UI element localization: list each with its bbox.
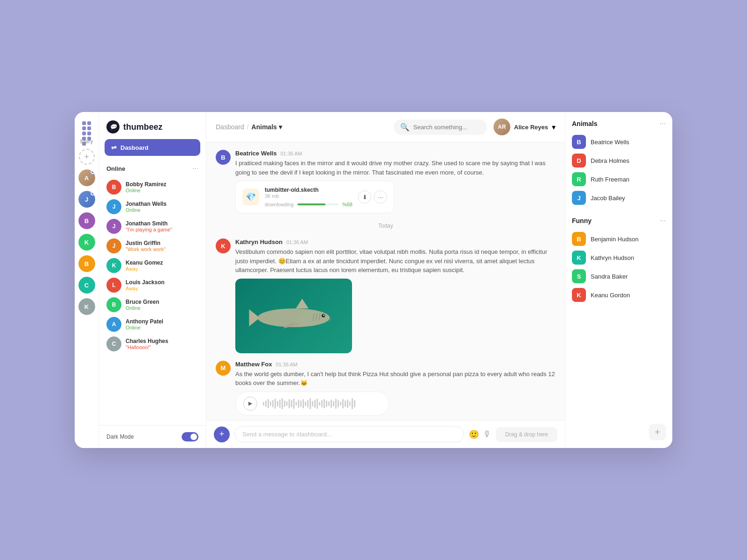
member-jacob-bailey[interactable]: J Jacob Bailey xyxy=(572,189,666,207)
group-animals: Animals ··· B Beatrice Wells D Debra Hol… xyxy=(572,119,666,207)
member-avatar-j-bailey: J xyxy=(572,191,586,205)
msg-content-3: Matthew Fox 01:36 AM As the world gets d… xyxy=(235,361,556,416)
story-avatar-6[interactable]: C xyxy=(78,277,95,294)
member-keanu-gordon[interactable]: K Keanu Gordon xyxy=(572,286,666,304)
msg-author-1: Beatrice Wells xyxy=(235,150,277,157)
msg-time-2: 01:36 AM xyxy=(286,239,308,245)
msg-avatar-1: B xyxy=(216,150,231,165)
story-avatar-1[interactable]: A xyxy=(78,169,95,186)
search-input[interactable] xyxy=(413,124,480,131)
member-name-s-baker: Sandra Baker xyxy=(591,273,628,280)
app-shell: Story + A J B K B C K 💬 thumbeez xyxy=(75,112,672,448)
emoji-icon[interactable]: 🙂 xyxy=(469,429,479,440)
msg-meta-3: Matthew Fox 01:36 AM xyxy=(235,361,556,368)
story-avatar-7[interactable]: K xyxy=(78,298,95,315)
right-panel: Animals ··· B Beatrice Wells D Debra Hol… xyxy=(565,112,672,448)
member-kathryn-hudson[interactable]: K Kathryn Hudson xyxy=(572,248,666,267)
group-funny: Funny ··· B Benjamin Hudson K Kathryn Hu… xyxy=(572,217,666,304)
sidebar: 💬 thumbeez ⇌ Dasboard Online ··· B Bobby… xyxy=(99,112,206,448)
download-button[interactable]: ⬇ xyxy=(358,190,371,203)
grid-icon[interactable] xyxy=(79,119,94,133)
group-funny-more[interactable]: ··· xyxy=(660,217,666,225)
play-button[interactable]: ▶ xyxy=(243,397,257,411)
input-plus-button[interactable]: + xyxy=(214,427,230,442)
online-header: Online ··· xyxy=(106,164,198,173)
contact-name-0: Bobby Ramirez xyxy=(126,181,198,188)
more-button[interactable]: ··· xyxy=(374,190,387,203)
sidebar-footer: Dark Mode xyxy=(99,425,206,448)
msg-time-1: 01:36 AM xyxy=(281,151,302,156)
message-input[interactable] xyxy=(234,426,464,442)
msg-content-1: Beatrice Wells 01:36 AM I pratiiced maki… xyxy=(235,150,556,213)
contact-item-7[interactable]: A Anthony Patel Online xyxy=(106,315,198,334)
dashboard-btn-label: Dasboard xyxy=(120,144,148,151)
svg-marker-1 xyxy=(249,309,260,326)
member-name-j-bailey: Jacob Bailey xyxy=(591,195,625,202)
member-name-b-wells: Beatrice Wells xyxy=(591,139,629,146)
story-avatar-2[interactable]: J xyxy=(78,191,95,208)
contact-status-8: "Halloooo!" xyxy=(126,344,198,350)
message-row-2: K Kathryn Hudson 01:36 AM Vestibulum com… xyxy=(216,238,556,353)
sidebar-header: 💬 thumbeez xyxy=(99,112,206,139)
member-avatar-k-hudson: K xyxy=(572,251,586,265)
contact-item-4[interactable]: K Keanu Gomez Away xyxy=(106,256,198,275)
group-animals-more[interactable]: ··· xyxy=(660,119,666,128)
online-more-button[interactable]: ··· xyxy=(192,164,198,173)
contact-item-0[interactable]: B Bobby Ramirez Online xyxy=(106,177,198,197)
contact-status-5: Away xyxy=(126,286,198,291)
message-row-1: B Beatrice Wells 01:36 AM I pratiiced ma… xyxy=(216,150,556,213)
right-plus-button[interactable]: + xyxy=(649,424,666,441)
breadcrumb-current: Animals ▾ xyxy=(252,123,282,131)
contact-item-3[interactable]: J Justin Griffin "Work work work" xyxy=(106,236,198,256)
breadcrumb-separator: / xyxy=(247,123,249,131)
contact-item-5[interactable]: L Louis Jackson Away xyxy=(106,275,198,295)
member-beatrice-wells[interactable]: B Beatrice Wells xyxy=(572,133,666,151)
chat-area: Dasboard / Animals ▾ 🔍 AR Alice Reyes ▾ xyxy=(206,112,565,448)
mic-icon[interactable]: 🎙 xyxy=(483,429,491,439)
user-chevron-icon: ▾ xyxy=(552,123,556,132)
chevron-down-icon: ▾ xyxy=(279,123,282,131)
story-avatar-5[interactable]: B xyxy=(78,255,95,272)
contact-name-6: Bruce Green xyxy=(126,299,198,305)
contact-item-6[interactable]: B Bruce Green Online xyxy=(106,295,198,315)
waveform xyxy=(263,397,381,410)
msg-meta-1: Beatrice Wells 01:36 AM xyxy=(235,150,556,157)
contact-item-1[interactable]: J Jonathan Wells Online xyxy=(106,197,198,217)
drag-drop-area[interactable]: Drag & drop here xyxy=(496,427,557,442)
contact-name-4: Keanu Gomez xyxy=(126,259,198,266)
member-avatar-d-holmes: D xyxy=(572,154,586,168)
member-debra-holmes[interactable]: D Debra Holmes xyxy=(572,151,666,170)
group-animals-name: Animals xyxy=(572,120,597,127)
member-sandra-baker[interactable]: S Sandra Baker xyxy=(572,267,666,286)
add-story-button[interactable]: + xyxy=(79,149,95,165)
story-avatar-3[interactable]: B xyxy=(78,212,95,229)
message-row-3: M Matthew Fox 01:36 AM As the world gets… xyxy=(216,361,556,416)
member-name-b-hudson: Benjamin Hudson xyxy=(591,236,639,243)
dark-mode-toggle[interactable] xyxy=(182,432,198,441)
contact-name-8: Charles Hughes xyxy=(126,338,198,344)
story-avatar-4[interactable]: K xyxy=(78,234,95,251)
user-info[interactable]: AR Alice Reyes ▾ xyxy=(493,119,556,135)
dashboard-button[interactable]: ⇌ Dasboard xyxy=(105,139,200,156)
member-benjamin-hudson[interactable]: B Benjamin Hudson xyxy=(572,230,666,248)
online-title: Online xyxy=(106,165,125,172)
contact-status-3: "Work work work" xyxy=(126,246,198,252)
msg-author-2: Kathryn Hudson xyxy=(235,238,282,245)
member-name-d-holmes: Debra Holmes xyxy=(591,157,629,164)
contact-name-1: Jonathan Wells xyxy=(126,201,198,207)
member-name-r-freeman: Ruth Freeman xyxy=(591,176,629,183)
msg-author-3: Matthew Fox xyxy=(235,361,272,368)
dark-mode-label: Dark Mode xyxy=(106,434,134,440)
search-box[interactable]: 🔍 xyxy=(394,119,487,135)
contact-item-8[interactable]: C Charles Hughes "Halloooo!" xyxy=(106,334,198,354)
member-avatar-s-baker: S xyxy=(572,269,586,283)
online-section: Online ··· B Bobby Ramirez Online J Jona… xyxy=(99,162,206,425)
breadcrumb-home[interactable]: Dasboard xyxy=(216,123,244,131)
contact-item-2[interactable]: J Jonathan Smith "I'm playing a game" xyxy=(106,217,198,236)
msg-avatar-2: K xyxy=(216,238,231,253)
contact-name-7: Anthony Patel xyxy=(126,318,198,325)
member-ruth-freeman[interactable]: R Ruth Freeman xyxy=(572,170,666,189)
contact-status-6: Online xyxy=(126,305,198,311)
contact-status-1: Online xyxy=(126,207,198,213)
group-animals-header: Animals ··· xyxy=(572,119,666,128)
